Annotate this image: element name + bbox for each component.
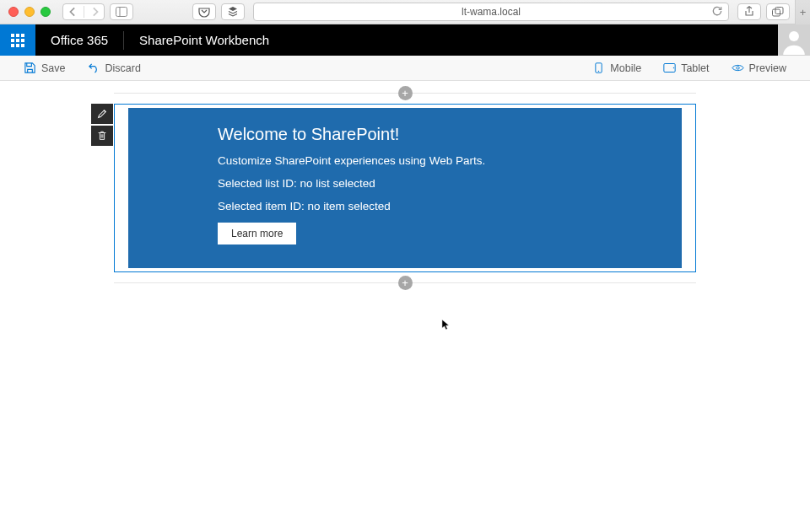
tablet-button[interactable]: Tablet [663, 62, 709, 74]
svg-point-4 [789, 31, 799, 41]
svg-rect-0 [116, 8, 127, 17]
extension-buttons [192, 3, 245, 20]
mobile-icon [592, 62, 605, 74]
undo-icon [88, 62, 100, 74]
webpart-list-line: Selected list ID: no list selected [218, 177, 656, 190]
pencil-icon [96, 108, 108, 120]
discard-label: Discard [105, 62, 141, 74]
cursor-icon [441, 319, 451, 331]
canvas-section: + Welcome to SharePoint! Customize Share… [114, 93, 696, 532]
discard-button[interactable]: Discard [88, 62, 141, 74]
brand-label: Office 365 [35, 31, 124, 50]
reload-icon [711, 5, 723, 17]
learn-more-label: Learn more [231, 228, 283, 239]
share-group [737, 3, 790, 20]
tablet-label: Tablet [681, 62, 709, 74]
new-tab-button[interactable]: + [795, 0, 810, 24]
add-webpart-top: + [114, 86, 696, 100]
tabs-icon [772, 6, 784, 18]
svg-point-6 [598, 71, 599, 72]
learn-more-button[interactable]: Learn more [218, 223, 296, 245]
back-button[interactable] [63, 6, 84, 18]
webpart-title: Welcome to SharePoint! [218, 125, 656, 144]
pocket-button[interactable] [192, 3, 216, 20]
browser-titlebar: lt-wama.local + [0, 0, 810, 24]
sidebar-icon [116, 6, 127, 18]
save-label: Save [41, 62, 66, 74]
command-bar: Save Discard Mobile Tablet Preview [0, 56, 810, 81]
mobile-label: Mobile [610, 62, 641, 74]
webpart-selection[interactable]: Welcome to SharePoint! Customize SharePo… [114, 104, 696, 272]
preview-label: Preview [749, 62, 786, 74]
webpart-item-line: Selected item ID: no item selected [218, 200, 656, 212]
save-button[interactable]: Save [24, 62, 66, 74]
pocket-icon [198, 6, 210, 18]
waffle-icon [11, 34, 24, 47]
app-launcher-button[interactable] [0, 24, 35, 56]
svg-rect-2 [773, 9, 780, 16]
trash-icon [96, 130, 108, 142]
workbench-canvas: + Welcome to SharePoint! Customize Share… [0, 81, 810, 532]
add-webpart-top-button[interactable]: + [398, 86, 413, 100]
preview-button[interactable]: Preview [732, 62, 786, 74]
user-avatar[interactable] [778, 24, 810, 56]
hello-world-webpart: Welcome to SharePoint! Customize SharePo… [128, 108, 682, 268]
share-icon [743, 6, 755, 18]
reload-button[interactable] [711, 5, 723, 19]
chevron-left-icon [68, 6, 79, 18]
minimize-window-icon[interactable] [24, 7, 35, 17]
nav-buttons [62, 3, 133, 20]
tablet-icon [663, 62, 676, 74]
save-icon [24, 62, 36, 74]
suite-header: Office 365 SharePoint Workbench [0, 24, 810, 56]
webpart-toolbox [91, 104, 113, 146]
share-button[interactable] [737, 3, 761, 20]
svg-point-9 [736, 67, 738, 69]
forward-button[interactable] [84, 6, 104, 18]
back-forward-segment [62, 3, 105, 20]
buffer-button[interactable] [221, 3, 245, 20]
add-webpart-bottom-button[interactable]: + [398, 276, 413, 290]
address-text: lt-wama.local [254, 6, 728, 18]
tabs-button[interactable] [766, 3, 790, 20]
sidebar-toggle-button[interactable] [110, 3, 133, 20]
plus-icon: + [402, 88, 408, 99]
section-wrapper: + Welcome to SharePoint! Customize Share… [114, 93, 696, 283]
svg-point-8 [673, 67, 674, 68]
svg-rect-3 [775, 8, 783, 14]
chevron-right-icon [89, 6, 100, 18]
add-webpart-bottom: + [114, 276, 696, 290]
plus-icon: + [402, 277, 408, 288]
webpart-subtitle: Customize SharePoint experiences using W… [218, 154, 656, 167]
eye-icon [732, 62, 744, 74]
edit-webpart-button[interactable] [91, 104, 113, 124]
maximize-window-icon[interactable] [40, 7, 51, 17]
app-title: SharePoint Workbench [124, 33, 284, 47]
window-controls [8, 7, 51, 17]
delete-webpart-button[interactable] [91, 126, 113, 146]
close-window-icon[interactable] [8, 7, 19, 17]
person-icon [780, 26, 808, 55]
address-bar[interactable]: lt-wama.local [253, 3, 729, 21]
stack-icon [227, 6, 239, 18]
mobile-button[interactable]: Mobile [592, 62, 641, 74]
